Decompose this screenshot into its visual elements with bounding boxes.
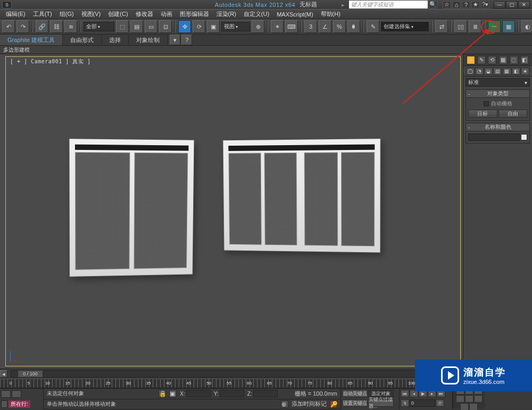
undo-button[interactable]: ↶ <box>2 20 15 33</box>
app-logo[interactable]: S <box>2 1 12 9</box>
time-slider[interactable]: 0 / 100 <box>11 370 452 378</box>
time-config-icon[interactable]: ⏱ <box>436 399 444 407</box>
ribbon-collapse-icon[interactable]: ▾ <box>170 35 180 45</box>
select-scale-button[interactable]: ▣ <box>207 20 220 33</box>
display-tab-icon[interactable]: ◌ <box>510 56 518 64</box>
add-tag-icon[interactable]: ⊕ <box>281 400 288 408</box>
ref-coord-dropdown[interactable]: 视图▾ <box>221 22 250 31</box>
geometry-cat-icon[interactable]: ◯ <box>466 68 475 75</box>
mirror-button[interactable]: ⇄ <box>435 20 448 33</box>
favorite-icon[interactable]: ☆ <box>443 1 451 9</box>
material-editor-button[interactable]: ◐ <box>521 20 532 33</box>
target-button[interactable]: 目标 <box>468 110 497 118</box>
object-name-input[interactable] <box>468 133 520 141</box>
tab-paint[interactable]: 对象绘制 <box>129 35 168 45</box>
tab-freeform[interactable]: 自由形式 <box>63 35 102 45</box>
orbit-icon[interactable] <box>474 395 483 403</box>
spinner-snap-button[interactable]: ⧯ <box>347 20 360 33</box>
select-manipulate-button[interactable]: ✴ <box>271 20 284 33</box>
menu-modifiers[interactable]: 修改器 <box>132 10 157 19</box>
selection-filter-dropdown[interactable]: 全部▾ <box>84 22 114 31</box>
rollout-head-object-type[interactable]: -对象类型 <box>466 90 529 98</box>
key-filter-button[interactable]: 关键点过滤器... <box>368 399 394 407</box>
menu-create[interactable]: 创建(C) <box>104 10 131 19</box>
minimize-button[interactable]: — <box>494 1 505 9</box>
create-subcategory-dropdown[interactable]: 标准▾ <box>466 78 530 87</box>
isolate-icon[interactable]: ▣ <box>169 390 177 397</box>
schematic-view-button[interactable]: ▦ <box>502 20 515 33</box>
link-button[interactable]: 🔗 <box>36 20 48 33</box>
viewport-label[interactable]: [ + ] Camera001 ] 真实 ] <box>10 58 90 65</box>
y-coord[interactable]: Y: <box>214 390 244 397</box>
percent-snap-button[interactable]: % <box>333 20 346 33</box>
pan-icon[interactable] <box>465 395 473 403</box>
star-icon[interactable]: ★ <box>471 1 480 9</box>
maximize-button[interactable]: ▢ <box>506 1 518 9</box>
autogrid-checkbox[interactable]: 自动栅格 <box>468 100 527 107</box>
goto-start-icon[interactable]: ⏮ <box>401 390 409 397</box>
key-mode-icon[interactable]: 🔑 <box>330 400 337 408</box>
window-crossing-button[interactable]: ⊡ <box>159 20 172 33</box>
close-button[interactable]: ✕ <box>518 1 530 9</box>
menu-tools[interactable]: 工具(T) <box>29 10 56 19</box>
help-search-input[interactable]: 键入关键字或短语 <box>349 1 428 9</box>
cameras-cat-icon[interactable]: ▤ <box>493 68 502 75</box>
select-rotate-button[interactable]: ⟳ <box>193 20 205 33</box>
menu-render[interactable]: 渲染(R) <box>213 10 240 19</box>
menu-views[interactable]: 视图(V) <box>78 10 105 19</box>
help-dropdown-icon[interactable]: ?▾ <box>481 1 489 9</box>
tab-selection[interactable]: 选择 <box>102 35 129 45</box>
spacewarps-cat-icon[interactable]: ◧ <box>512 68 520 75</box>
angle-snap-button[interactable]: ∠ <box>319 20 331 33</box>
set-key-button[interactable]: 设置关键点 <box>342 399 368 407</box>
ribbon-help-icon[interactable]: ? <box>181 35 192 45</box>
free-button[interactable]: 自由 <box>498 110 528 118</box>
add-time-tag[interactable]: 添加时间标记 <box>292 400 327 408</box>
create-tab-icon[interactable]: ☀ <box>467 56 475 64</box>
keyboard-shortcut-button[interactable]: ⌨ <box>285 20 298 33</box>
menu-maxscript[interactable]: MAXScript(M) <box>273 10 317 19</box>
help-icon[interactable]: ? <box>462 1 470 9</box>
use-center-button[interactable]: ⊕ <box>252 20 264 33</box>
selection-lock-icon[interactable]: 🔒 <box>159 390 166 397</box>
viewport-area[interactable]: [ + ] Camera001 ] 真实 ] <box>0 54 463 369</box>
redo-button[interactable]: ↷ <box>16 20 29 33</box>
named-sel-dropdown[interactable]: 创建选择集▾ <box>381 22 429 31</box>
utilities-tab-icon[interactable]: ◧ <box>520 56 529 64</box>
menu-group[interactable]: 组(G) <box>56 10 78 19</box>
maxscript-mini-icon[interactable] <box>1 390 11 398</box>
select-region-button[interactable]: ▭ <box>145 20 157 33</box>
zoom-extents-all-icon[interactable] <box>456 395 464 403</box>
viewport-camera[interactable]: [ + ] Camera001 ] 真实 ] <box>5 56 461 366</box>
menu-help[interactable]: 帮助(H) <box>317 10 344 19</box>
snap-toggle-button[interactable]: 3 <box>304 20 317 33</box>
macro-rec-icon[interactable] <box>1 400 7 408</box>
z-coord[interactable]: Z: <box>247 390 278 397</box>
select-move-button[interactable]: ✥ <box>178 20 191 33</box>
key-mode-toggle-icon[interactable]: ↯ <box>401 399 409 407</box>
x-coord[interactable]: X: <box>180 390 210 397</box>
max-toggle-icon[interactable] <box>469 403 478 410</box>
walk-icon[interactable] <box>460 403 469 410</box>
current-frame-input[interactable]: 0 <box>410 399 435 407</box>
time-slider-thumb[interactable]: 0 / 100 <box>18 370 43 378</box>
modify-tab-icon[interactable]: ✎ <box>477 56 486 64</box>
helpers-cat-icon[interactable]: ▦ <box>503 68 511 75</box>
auto-key-button[interactable]: 自动关键点 <box>342 390 368 397</box>
lights-cat-icon[interactable]: ◒ <box>484 68 493 75</box>
hierarchy-tab-icon[interactable]: ⟲ <box>488 56 496 64</box>
time-slider-prev-icon[interactable]: ◂ <box>0 370 7 378</box>
edit-named-sel-button[interactable]: ✎ <box>367 20 379 33</box>
select-object-button[interactable]: ⬚ <box>116 20 129 33</box>
menu-edit[interactable]: 编辑(E) <box>2 10 29 19</box>
menu-graph[interactable]: 图形编辑器 <box>176 10 213 19</box>
object-color-swatch[interactable] <box>521 134 527 140</box>
rollout-head-name-color[interactable]: -名称和颜色 <box>466 123 529 131</box>
systems-cat-icon[interactable]: ★ <box>521 68 529 75</box>
search-go-icon[interactable]: 🔍 <box>429 1 437 9</box>
listener-mini-icon[interactable] <box>12 390 21 398</box>
menu-customize[interactable]: 自定义(U) <box>240 10 273 19</box>
unlink-button[interactable]: ⛓ <box>50 20 63 33</box>
menu-animation[interactable]: 动画 <box>157 10 176 19</box>
curve-editor-button[interactable]: 〰 <box>488 20 501 33</box>
